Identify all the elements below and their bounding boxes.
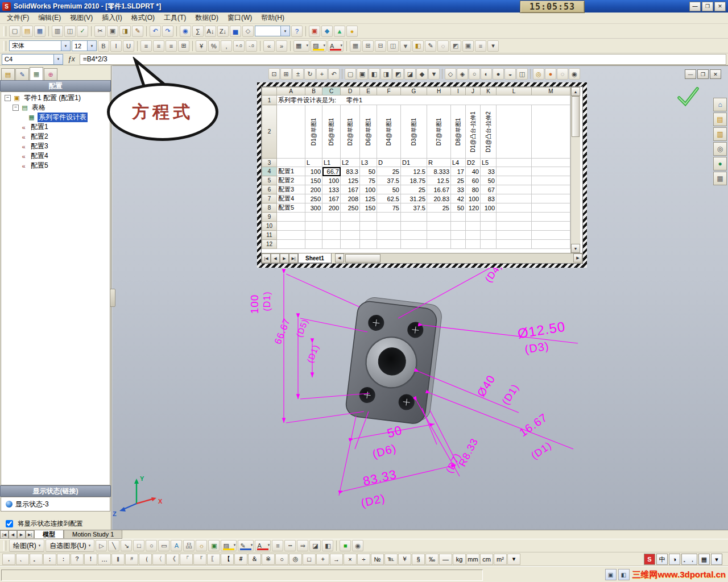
value-cell[interactable]: 75 — [360, 176, 377, 185]
ime-punctuation-icon[interactable]: 。， — [681, 554, 697, 565]
cell[interactable] — [277, 159, 305, 167]
symbol-button[interactable]: ＋ — [316, 554, 329, 565]
cell[interactable] — [532, 105, 570, 159]
sort-descending-icon[interactable]: Z↓ — [217, 26, 229, 37]
row-header[interactable]: 2 — [262, 105, 277, 159]
insert-cells-icon[interactable]: ⊞ — [362, 40, 374, 52]
child-close-button[interactable]: ✕ — [710, 69, 721, 79]
addin-icon-3[interactable]: ▲ — [334, 26, 345, 37]
symbol-button[interactable]: § — [412, 554, 425, 565]
shadow-icon[interactable]: ◒ — [504, 68, 516, 80]
value-cell[interactable]: 50 — [451, 203, 466, 213]
cell[interactable] — [277, 105, 305, 159]
value-cell[interactable]: 100 — [305, 167, 322, 176]
chevron-down-icon[interactable]: ▾ — [53, 55, 63, 64]
value-cell[interactable]: 25 — [401, 185, 427, 194]
drawing-icon[interactable]: ◇ — [242, 26, 254, 37]
symbol-button[interactable]: … — [98, 554, 111, 565]
extra-tool-icon[interactable]: ◉ — [352, 540, 363, 551]
dimension-header-cell[interactable]: D8@草图1 — [451, 105, 466, 159]
cell[interactable] — [277, 240, 305, 249]
menu-window[interactable]: 窗口(W) — [223, 12, 257, 24]
menu-file[interactable]: 文件(F) — [2, 12, 34, 24]
symbol-button[interactable]: ， — [2, 554, 15, 565]
front-view-icon[interactable]: ▢ — [345, 68, 356, 80]
cell[interactable] — [481, 240, 497, 249]
cell[interactable] — [401, 213, 427, 222]
value-cell[interactable]: 62.5 — [377, 194, 401, 203]
ime-mode-icon[interactable]: 中 — [656, 554, 668, 565]
zoom-in-out-icon[interactable]: ± — [292, 68, 304, 80]
currency-style-icon[interactable]: ¥ — [196, 40, 207, 52]
cell[interactable] — [427, 240, 451, 249]
value-cell[interactable]: 75 — [377, 203, 401, 213]
menu-help[interactable]: 帮助(H) — [257, 12, 289, 24]
prev-tab-button[interactable]: ◀ — [9, 530, 17, 539]
previous-view-icon[interactable]: ↶ — [328, 68, 340, 80]
value-cell[interactable]: 20.83 — [427, 194, 451, 203]
chevron-down-icon[interactable]: ▾ — [340, 43, 342, 48]
symbol-button[interactable]: ℡ — [384, 554, 398, 565]
cell[interactable] — [497, 231, 532, 240]
addin-icon-2[interactable]: ◆ — [321, 26, 333, 37]
symbol-button[interactable]: — — [439, 554, 452, 565]
panel-splitter-handle[interactable] — [110, 289, 115, 307]
line-color-icon[interactable]: ✎▾ — [238, 540, 254, 551]
cell[interactable] — [360, 213, 377, 222]
table-horizontal-scrollbar[interactable]: ◀ ▶ — [335, 253, 582, 263]
row-header[interactable]: 4 — [262, 167, 277, 176]
cell[interactable] — [305, 222, 322, 231]
value-cell[interactable]: 208 — [341, 194, 360, 203]
cell[interactable] — [497, 213, 532, 222]
row-header[interactable]: 7 — [262, 194, 277, 203]
dimension-header-cell[interactable]: D4@草图1 — [377, 105, 401, 159]
line-style-icon[interactable]: ≡ — [272, 540, 283, 551]
spelling-icon[interactable]: ✓ — [77, 26, 88, 37]
value-cell[interactable]: 16.67 — [427, 185, 451, 194]
wireframe-icon[interactable]: ◇ — [445, 68, 456, 80]
addin-icon-1[interactable]: ▣ — [309, 26, 320, 37]
rotate-view-icon[interactable]: ↻ — [304, 68, 316, 80]
symbol-button[interactable]: □ — [303, 554, 316, 565]
zoom-to-fit-icon[interactable]: ⊡ — [268, 68, 280, 80]
column-header[interactable]: G — [401, 88, 427, 95]
underline-icon[interactable]: U — [123, 40, 134, 52]
tab-model[interactable]: 模型 — [34, 530, 64, 539]
minimize-button[interactable]: — — [689, 2, 701, 11]
autoshapes-menu-button[interactable]: 自选图形(U) ▾ — [46, 539, 94, 552]
tree-item-part-config[interactable]: −▣零件1 配置 (配置1) — [1, 93, 110, 103]
design-library-icon[interactable]: ▤ — [713, 113, 727, 126]
comment-icon[interactable]: ◧ — [412, 40, 424, 52]
dimension-header-cell[interactable]: D1@凸台-拉伸1 — [466, 105, 481, 159]
text-box-icon[interactable]: ▭ — [158, 540, 169, 551]
tree-item-config1[interactable]: «配置1 — [1, 122, 110, 132]
freeze-panes-icon[interactable]: ◫ — [387, 40, 399, 52]
column-header[interactable]: D — [341, 88, 360, 95]
design-table-grid[interactable]: ABCDEFGHIJKLM1系列零件设计表是为:零件12D1@草图1D5@草图1… — [262, 87, 570, 249]
value-cell[interactable]: 100 — [322, 176, 341, 185]
value-cell[interactable]: 250 — [341, 203, 360, 213]
value-cell[interactable]: 50 — [360, 167, 377, 176]
tree-expander[interactable]: − — [13, 105, 19, 111]
cell[interactable] — [466, 240, 481, 249]
dimension-header-cell[interactable]: D7@草图1 — [427, 105, 451, 159]
symbol-button[interactable]: 。 — [30, 554, 43, 565]
shape-font-color-icon[interactable]: A▾ — [255, 540, 271, 551]
cell[interactable] — [532, 213, 570, 222]
chevron-down-icon[interactable]: ▾ — [251, 543, 253, 547]
custom-properties-icon[interactable]: ▦ — [713, 172, 727, 185]
toolbar-grip[interactable] — [3, 41, 6, 51]
value-cell[interactable]: 167 — [322, 194, 341, 203]
cell[interactable] — [466, 213, 481, 222]
symbol-button[interactable]: 【 — [221, 554, 234, 565]
align-right-icon[interactable]: ≡ — [166, 40, 177, 52]
value-cell[interactable]: 40 — [466, 167, 481, 176]
parameter-cell[interactable]: D1 — [401, 159, 427, 167]
symbol-button[interactable]: × — [344, 554, 357, 565]
link-display-states-checkbox[interactable] — [6, 520, 13, 527]
symbol-button[interactable]: ‰ — [425, 554, 439, 565]
column-header[interactable]: K — [481, 88, 497, 95]
dim-100[interactable]: 100 — [249, 294, 261, 314]
cell[interactable] — [481, 222, 497, 231]
eraser-icon[interactable]: ◌ — [437, 40, 449, 52]
